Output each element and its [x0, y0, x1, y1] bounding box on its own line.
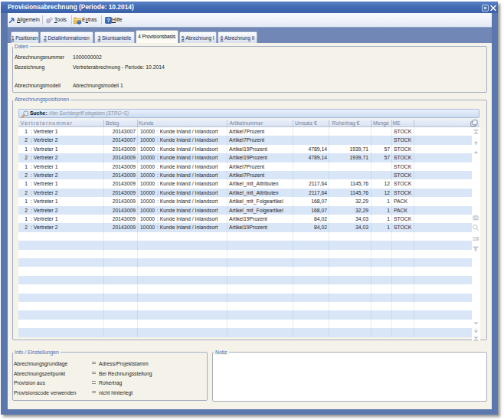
svg-text:?: ? [106, 17, 110, 24]
svg-text:TAB: TAB [473, 237, 479, 241]
